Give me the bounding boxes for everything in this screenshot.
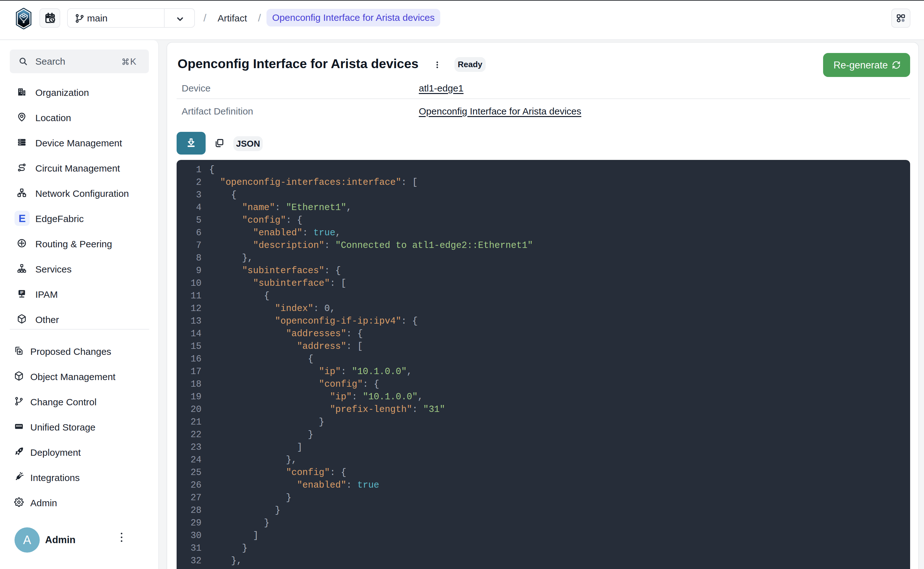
svg-text:IP: IP: [20, 291, 24, 294]
